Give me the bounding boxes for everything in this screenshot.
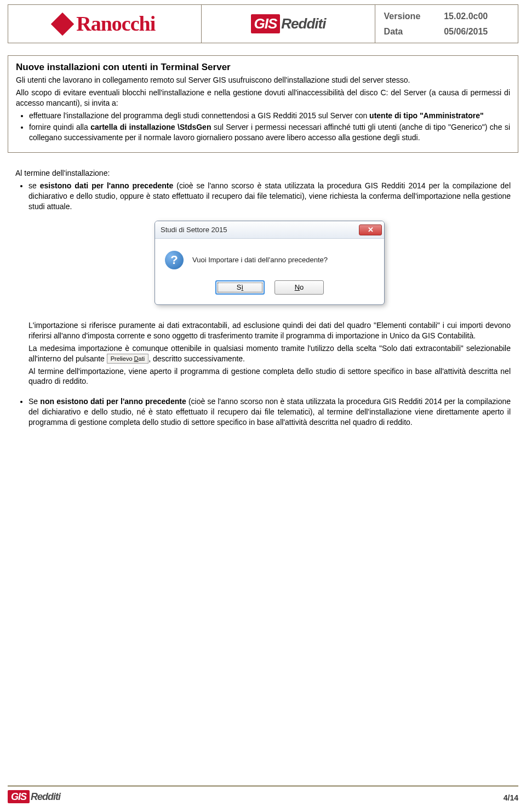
close-icon: ✕ (368, 225, 374, 235)
ranocchi-wordmark: Ranocchi (76, 10, 155, 38)
footer-product-logo: GIS Redditi (8, 790, 60, 803)
gis-badge-suffix: Redditi (281, 14, 325, 33)
post-install-item-1: se esistono dati per l'anno precedente (… (28, 181, 511, 387)
callout-bullet-1: effettuare l'installazione del programma… (29, 111, 510, 121)
after-dialog-p1: L'importazione si riferisce puramente ai… (28, 320, 511, 341)
post-install-intro: Al termine dell'installazione: (15, 168, 511, 178)
date-value: 05/06/2015 (442, 25, 511, 39)
ranocchi-diamond-icon (51, 12, 74, 35)
version-label: Versione (382, 9, 441, 24)
ranocchi-logo: Ranocchi (54, 10, 155, 38)
page-footer: GIS Redditi 4/14 (8, 785, 518, 803)
item2-pre: Se (28, 397, 40, 406)
post-install-item-2: Se non esistono dati per l'anno preceden… (28, 396, 511, 428)
item1-bold: esistono dati per l'anno precedente (40, 181, 173, 190)
no-post: o (300, 283, 304, 292)
dialog-close-button[interactable]: ✕ (359, 224, 382, 235)
callout-bullet-2: fornire quindi alla cartella di installa… (29, 122, 510, 143)
p2b: , descritto successivamente. (148, 354, 245, 363)
item1-pre: se (28, 181, 40, 190)
dialog-button-row: Sì No (155, 275, 384, 304)
btn-pre: Prelievo (111, 355, 134, 362)
after-dialog-p3: Al termine dell'importazione, viene aper… (28, 366, 511, 387)
bullet2-pre: fornire quindi alla (29, 123, 90, 131)
btn-under: D (134, 355, 139, 362)
doc-meta-cell: Versione 15.02.0c00 Data 05/06/2015 (375, 5, 518, 43)
btn-post: ati (139, 355, 145, 362)
dialog-yes-button[interactable]: Sì (215, 280, 265, 295)
dialog-no-button[interactable]: No (275, 280, 324, 295)
question-icon: ? (165, 251, 184, 269)
dialog-message: Vuoi Importare i dati dell'anno preceden… (192, 255, 328, 265)
dialog-title: Studi di Settore 2015 (161, 225, 227, 235)
bullet1-bold: utente di tipo "Amministratore" (369, 111, 484, 120)
dialog-body: ? Vuoi Importare i dati dell'anno preced… (155, 239, 384, 275)
bullet1-pre: effettuare l'installazione del programma… (29, 111, 369, 120)
prelievo-dati-button[interactable]: Prelievo Dati (107, 354, 148, 364)
bullet2-bold: cartella di installazione \StdsGen (90, 123, 211, 131)
after-dialog-p2: La medesima importazione è comunque otte… (28, 343, 511, 364)
page-header: Ranocchi GIS Redditi Versione 15.02.0c00… (8, 4, 518, 43)
gis-badge-prefix: GIS (251, 14, 281, 33)
p2a: La medesima importazione è comunque otte… (28, 344, 511, 363)
dialog-titlebar: Studi di Settore 2015 ✕ (155, 221, 384, 239)
callout-title: Nuove installazioni con utenti in Termin… (16, 61, 510, 74)
callout-p1: Gli utenti che lavorano in collegamento … (16, 75, 510, 85)
date-label: Data (382, 25, 441, 39)
page: Ranocchi GIS Redditi Versione 15.02.0c00… (0, 0, 526, 812)
dialog-screenshot: Studi di Settore 2015 ✕ ? Vuoi Importare… (28, 221, 511, 305)
gis-redditi-logo: GIS Redditi (251, 14, 326, 33)
body-section: Al termine dell'installazione: se esisto… (15, 168, 511, 428)
version-value: 15.02.0c00 (442, 9, 511, 24)
import-dialog: Studi di Settore 2015 ✕ ? Vuoi Importare… (155, 221, 385, 305)
no-underline: N (295, 283, 300, 292)
footer-gis-prefix: GIS (8, 790, 30, 803)
vendor-logo-cell: Ranocchi (8, 5, 202, 43)
item2-bold: non esistono dati per l'anno precedente (40, 397, 186, 406)
doc-meta-table: Versione 15.02.0c00 Data 05/06/2015 (381, 8, 512, 39)
footer-gis-suffix: Redditi (31, 790, 60, 803)
callout-box: Nuove installazioni con utenti in Termin… (8, 55, 518, 153)
callout-p2: Allo scopo di evitare eventuali blocchi … (16, 88, 510, 108)
callout-bullets: effettuare l'installazione del programma… (29, 111, 510, 143)
yes-underline: ì (242, 283, 244, 292)
yes-pre: S (237, 283, 242, 292)
product-logo-cell: GIS Redditi (202, 5, 375, 43)
page-number: 4/14 (504, 793, 518, 803)
